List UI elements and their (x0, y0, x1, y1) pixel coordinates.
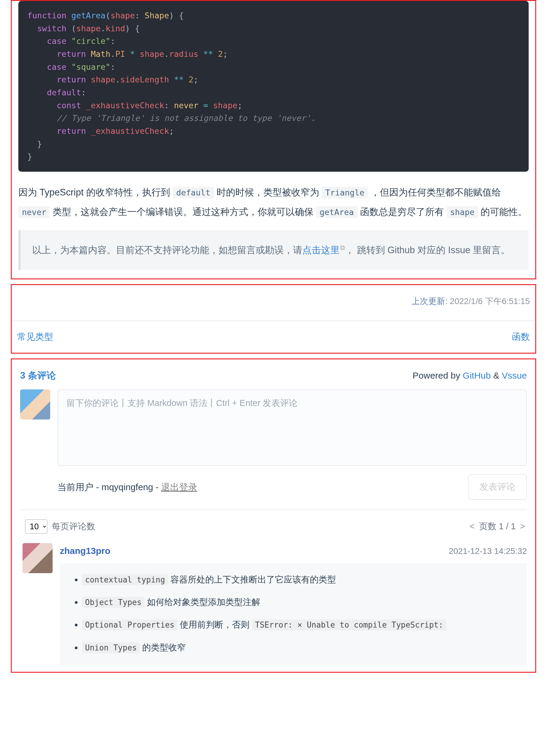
inline-code: default (173, 187, 214, 198)
comment-bullet: Union Types 的类型收窄 (82, 640, 517, 655)
inline-code: contextual typing (82, 574, 168, 585)
comment-bullet: contextual typing 容器所处的上下文推断出了它应该有的类型 (82, 572, 517, 587)
text: 页数 (479, 521, 499, 531)
github-link[interactable]: GitHub (463, 370, 491, 380)
inline-code: never (18, 206, 50, 218)
text: 当前用户 - (57, 482, 102, 492)
current-user-avatar (20, 389, 50, 419)
comment-author-link[interactable]: zhang13pro (60, 543, 110, 558)
vssue-link[interactable]: Vssue (502, 370, 527, 380)
pager: < 页数 1 / 1 > (468, 519, 527, 534)
submit-comment-button[interactable]: 发表评论 (468, 474, 527, 500)
pager-prev[interactable]: < (470, 521, 475, 531)
text: ，但因为任何类型都不能赋值给 (370, 187, 501, 198)
issue-link[interactable]: 点击这里⧉ (302, 245, 345, 255)
text: 类型，这就会产生一个编译错误。通过这种方式，你就可以确保 (53, 207, 316, 217)
text: 时的时候，类型被收窄为 (217, 187, 322, 198)
comment-item: zhang13pro2021-12-13 14:25:32contextual … (12, 543, 535, 672)
inline-code: TSError: × Unable to compile TypeScript: (252, 619, 446, 630)
comments-section: 3 条评论 Powered by GitHub & Vssue 当前用户 - m… (11, 358, 536, 673)
divider (12, 321, 535, 321)
current-username: mqyqingfeng (102, 482, 153, 492)
article-section: function getArea(shape: Shape) { switch … (11, 0, 536, 279)
comment-avatar (23, 543, 53, 573)
comment-bullet: Object Types 如何给对象类型添加类型注解 (82, 595, 517, 610)
pager-position: 1 / 1 (499, 521, 516, 531)
text: 函数总是穷尽了所有 (360, 207, 447, 217)
comment-list: zhang13pro2021-12-13 14:25:32contextual … (12, 543, 535, 672)
comment-time: 2021-12-13 14:25:32 (449, 544, 527, 558)
text: - (153, 482, 161, 492)
divider (20, 509, 527, 510)
inline-code: Object Types (82, 597, 145, 608)
last-updated-label: 上次更新: (411, 297, 447, 306)
inline-code: Union Types (82, 642, 140, 653)
comment-textarea[interactable] (57, 389, 527, 466)
inline-code: Optional Properties (82, 619, 177, 630)
external-link-icon: ⧉ (340, 244, 345, 251)
note-text: ， 跳转到 Github 对应的 Issue 里留言。 (345, 245, 510, 255)
page-meta-section: 上次更新: 2022/1/6 下午6:51:15 常见类型 函数 (11, 284, 536, 354)
inline-code: shape (447, 206, 478, 218)
note-text: 以上，为本篇内容。目前还不支持评论功能，如想留言或勘误，请 (32, 245, 302, 255)
last-updated-value: 2022/1/6 下午6:51:15 (450, 297, 530, 306)
text: 的可能性。 (481, 207, 527, 217)
comment-content: contextual typing 容器所处的上下文推断出了它应该有的类型Obj… (60, 563, 527, 666)
code-block: function getArea(shape: Shape) { switch … (18, 1, 529, 172)
comments-count: 3 条评论 (20, 368, 56, 384)
pager-next[interactable]: > (520, 521, 525, 531)
inline-code: Triangle (321, 187, 368, 198)
explainer-paragraph: 因为 TypeScript 的收窄特性，执行到 default 时的时候，类型被… (18, 183, 529, 222)
footer-note: 以上，为本篇内容。目前还不支持评论功能，如想留言或勘误，请点击这里⧉， 跳转到 … (18, 230, 529, 270)
powered-by: Powered by GitHub & Vssue (413, 368, 527, 383)
logout-link[interactable]: 退出登录 (161, 482, 197, 492)
inline-code: getArea (316, 206, 358, 218)
prev-page-link[interactable]: 常见类型 (17, 329, 53, 344)
per-page-label: 每页评论数 (52, 519, 95, 534)
text: & (491, 370, 502, 380)
next-page-link[interactable]: 函数 (512, 329, 530, 344)
text: Powered by (413, 370, 463, 380)
text: 因为 TypeScript 的收窄特性，执行到 (18, 187, 173, 198)
per-page-select[interactable]: 10 (25, 519, 48, 534)
comment-bullet: Optional Properties 使用前判断，否则 TSError: × … (82, 617, 517, 632)
current-user-info: 当前用户 - mqyqingfeng - 退出登录 (57, 479, 197, 495)
last-updated: 上次更新: 2022/1/6 下午6:51:15 (12, 285, 535, 312)
